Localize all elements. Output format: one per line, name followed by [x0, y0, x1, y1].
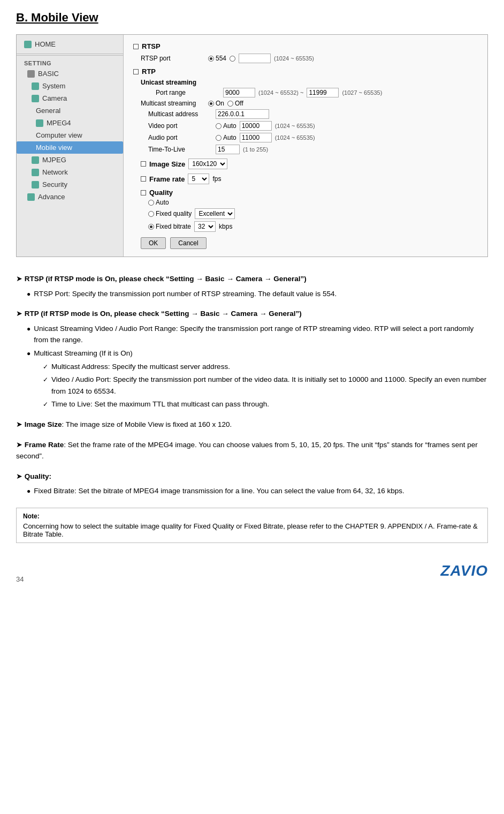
- sidebar-setting-section: SETTING: [17, 57, 123, 67]
- content-rtp-section: ➤ RTP (if RTSP mode is On, please check …: [16, 308, 488, 410]
- sidebar-item-basic[interactable]: BASIC: [17, 67, 123, 80]
- rtp-label: RTP: [142, 67, 156, 76]
- sidebar-item-home[interactable]: HOME: [17, 35, 123, 54]
- quality-bitrate-label: Fixed bitrate: [156, 223, 191, 230]
- quality-bitrate-unit: kbps: [219, 223, 232, 230]
- multicast-video-item: ✓ Video / Audio Port: Specify the transm…: [43, 374, 488, 397]
- multicast-video-desc: Video / Audio Port: Specify the transmis…: [51, 374, 488, 397]
- gear-icon-camera: [32, 95, 39, 102]
- multicast-on-radio[interactable]: On: [208, 100, 224, 107]
- bullet-icon-rtsp: ●: [27, 289, 30, 299]
- port-range-start-input[interactable]: [223, 88, 255, 97]
- content-rtsp-section: ➤ RTSP (if RTSP mode is On, please check…: [16, 273, 488, 299]
- quality-bitrate-select[interactable]: 32 16 64: [194, 221, 216, 232]
- multicast-on-label: On: [216, 100, 224, 107]
- rtsp-port-desc-item: ● RTSP Port: Specify the transmission po…: [27, 288, 488, 300]
- sidebar-item-general[interactable]: General: [17, 104, 123, 117]
- ttl-input[interactable]: [216, 145, 240, 154]
- quality-fixed-desc: Fixed Bitrate: Set the bitrate of MPEG4 …: [34, 485, 404, 497]
- quality-checkbox[interactable]: [141, 190, 146, 195]
- main-panel: RTSP RTSP port 554 (1024 ~ 65535): [124, 35, 487, 257]
- sidebar-item-mobile-view[interactable]: Mobile view: [17, 141, 123, 154]
- quality-fixed-radio[interactable]: Fixed quality: [148, 210, 192, 217]
- frame-rate-desc: : Set the frame rate of the MPEG4 image.…: [16, 441, 478, 461]
- sidebar: HOME SETTING BASIC System Camera General: [17, 35, 124, 257]
- sidebar-security-label: Security: [42, 180, 67, 189]
- sidebar-item-network[interactable]: Network: [17, 166, 123, 178]
- frame-rate-row: Frame rate 5 10 15 20 fps: [133, 174, 478, 184]
- frame-rate-unit: fps: [212, 175, 221, 183]
- bullet-icon-quality: ●: [27, 486, 30, 496]
- unicast-label: Unicast streaming: [141, 79, 478, 86]
- gear-icon-system: [32, 82, 39, 90]
- multicast-row: Multicast streaming On Off: [133, 100, 478, 107]
- home-icon: [24, 41, 32, 48]
- video-port-label: Video port: [148, 122, 212, 130]
- ttl-label: Time-To-Live: [148, 146, 212, 153]
- sidebar-item-security[interactable]: Security: [17, 178, 123, 191]
- multicast-address-row: Multicast address: [133, 109, 478, 119]
- quality-fixed-select[interactable]: Excellent Good Standard: [195, 208, 235, 219]
- multicast-off-radio[interactable]: Off: [227, 100, 243, 107]
- image-size-select[interactable]: 160x120: [188, 159, 227, 169]
- sidebar-home-label: HOME: [35, 40, 56, 48]
- sidebar-item-system[interactable]: System: [17, 80, 123, 92]
- rtp-checkbox[interactable]: [133, 69, 139, 74]
- rtsp-port-radio-default-circle: [208, 56, 214, 62]
- sidebar-item-computer-view[interactable]: Computer view: [17, 129, 123, 141]
- rtsp-checkbox[interactable]: [133, 44, 139, 49]
- quality-fixed-quality-row: Fixed quality Excellent Good Standard: [133, 208, 478, 219]
- rtsp-port-input[interactable]: [239, 54, 271, 63]
- ui-container: HOME SETTING BASIC System Camera General: [16, 34, 488, 257]
- sidebar-item-mjpeg[interactable]: MJPEG: [17, 154, 123, 166]
- audio-port-label: Audio port: [148, 134, 212, 141]
- rtsp-port-radio-default[interactable]: 554: [208, 55, 226, 62]
- note-desc: Concerning how to select the suitable im…: [23, 522, 481, 538]
- cancel-button[interactable]: Cancel: [170, 237, 206, 249]
- unicast-section: Unicast streaming Port range (1024 ~ 655…: [133, 79, 478, 97]
- rtsp-section: RTSP RTSP port 554 (1024 ~ 65535): [133, 42, 478, 63]
- brand-logo: ZAVIO: [441, 562, 488, 579]
- sidebar-network-label: Network: [42, 168, 68, 176]
- checkmark-ttl: ✓: [43, 400, 48, 410]
- content-area: ➤ RTSP (if RTSP mode is On, please check…: [16, 273, 488, 583]
- rtp-content-heading: ➤ RTP (if RTSP mode is On, please check …: [16, 308, 488, 320]
- page-number: 34: [16, 575, 24, 583]
- quality-bitrate-radio[interactable]: Fixed bitrate: [148, 223, 191, 230]
- frame-rate-checkbox[interactable]: [141, 176, 146, 182]
- ok-button[interactable]: OK: [141, 237, 166, 249]
- quality-auto-radio[interactable]: Auto: [148, 199, 169, 206]
- audio-port-input[interactable]: [240, 133, 272, 142]
- video-port-input[interactable]: [240, 121, 272, 131]
- quality-label: Quality: [149, 189, 173, 197]
- rtp-multicast-desc: Multicast Streaming (If it is On): [34, 348, 133, 359]
- audio-port-auto-radio[interactable]: Auto: [216, 134, 236, 141]
- sidebar-mpeg4-label: MPEG4: [47, 119, 71, 127]
- rtsp-port-radio-custom[interactable]: [230, 56, 235, 62]
- quality-heading-strong: Quality:: [25, 472, 51, 480]
- port-range-end-hint: (1027 ~ 65535): [342, 89, 382, 96]
- multicast-address-desc: Multicast Address: Specify the multicast…: [51, 361, 230, 373]
- port-range-label: Port range: [156, 89, 220, 96]
- frame-rate-select[interactable]: 5 10 15 20: [188, 174, 209, 184]
- rtp-unicast-desc: Unicast Streaming Video / Audio Port Ran…: [34, 323, 488, 346]
- footer-wrapper: 34 ZAVIO: [16, 559, 488, 583]
- image-size-checkbox[interactable]: [141, 161, 146, 167]
- rtp-section-header: RTP: [133, 67, 478, 76]
- port-range-end-input[interactable]: [307, 88, 339, 97]
- sidebar-item-camera[interactable]: Camera: [17, 92, 123, 104]
- multicast-on-circle: [208, 101, 214, 107]
- multicast-off-label: Off: [235, 100, 243, 107]
- quality-fixed-circle: [148, 211, 154, 217]
- audio-port-auto-label: Auto: [223, 134, 236, 141]
- gear-icon-mjpeg: [32, 156, 39, 164]
- quality-section: Quality Auto Fixed quality Excellent: [133, 189, 478, 232]
- sidebar-divider-1: [17, 55, 123, 56]
- sidebar-item-mpeg4[interactable]: MPEG4: [17, 117, 123, 129]
- image-size-label: Image Size: [149, 160, 185, 168]
- video-port-auto-radio[interactable]: Auto: [216, 122, 236, 130]
- rtp-unicast-item: ● Unicast Streaming Video / Audio Port R…: [27, 323, 488, 346]
- quality-content-heading: ➤ Quality:: [16, 471, 488, 483]
- sidebar-item-advance[interactable]: Advance: [17, 191, 123, 203]
- multicast-address-input[interactable]: [216, 109, 269, 119]
